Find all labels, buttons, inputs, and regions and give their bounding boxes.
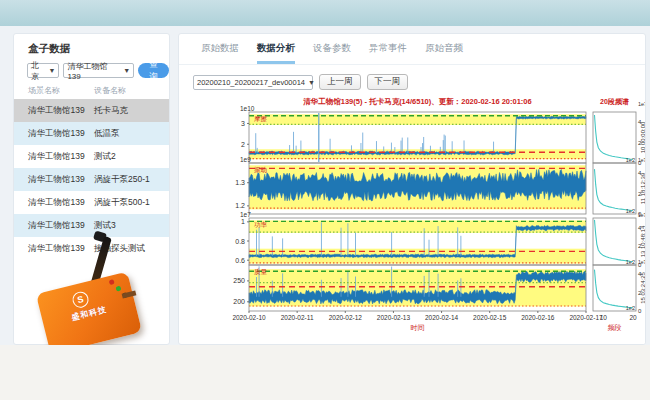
svg-text:质量: 质量 xyxy=(254,268,268,275)
subplot-功率 xyxy=(247,218,636,265)
svg-text:1.3: 1.3 xyxy=(235,179,245,186)
svg-text:2020-02-17: 2020-02-17 xyxy=(569,314,603,321)
main-panel: 原始数据数据分析设备参数异常事件原始音频 20200210_20200217_d… xyxy=(178,33,646,345)
svg-text:10 00:00:00: 10 00:00:00 xyxy=(640,121,646,153)
svg-text:200: 200 xyxy=(233,298,245,305)
svg-text:2020-02-11: 2020-02-11 xyxy=(281,314,314,321)
svg-text:2020-02-10: 2020-02-10 xyxy=(232,314,266,321)
svg-text:15 03:24:25: 15 03:24:25 xyxy=(640,271,646,303)
svg-text:摩擦: 摩擦 xyxy=(254,115,268,123)
table-row[interactable]: 清华工物馆139涡旋干泵250-1 xyxy=(14,168,169,191)
svg-text:1e7: 1e7 xyxy=(240,211,251,218)
table-row[interactable]: 清华工物馆139托卡马克 xyxy=(14,99,169,122)
svg-text:清华工物馆139(5) - 托卡马克(14/6510)、更新: 清华工物馆139(5) - 托卡马克(14/6510)、更新：2020-02-1… xyxy=(302,97,531,106)
site-select[interactable]: 清华工物馆139 ▼ xyxy=(63,63,134,78)
chevron-down-icon: ▼ xyxy=(48,67,55,74)
sidebar-title: 盒子数据 xyxy=(14,34,169,56)
led-red-icon xyxy=(109,279,115,285)
svg-text:0.8: 0.8 xyxy=(235,238,245,245)
svg-text:2: 2 xyxy=(241,141,245,148)
brand-logo-icon: S xyxy=(71,290,90,309)
prev-week-button[interactable]: 上一周 xyxy=(319,74,361,90)
dataset-select[interactable]: 20200210_20200217_dev00014 ▼ xyxy=(193,75,313,90)
svg-text:1e7: 1e7 xyxy=(638,101,646,107)
svg-text:2020-02-14: 2020-02-14 xyxy=(425,314,459,321)
svg-text:250: 250 xyxy=(233,277,245,284)
tab-数据分析[interactable]: 数据分析 xyxy=(257,42,295,64)
svg-text:1: 1 xyxy=(241,218,245,225)
device-table-rows: 清华工物馆139托卡马克清华工物馆139低温泵清华工物馆139测试2清华工物馆1… xyxy=(14,99,169,260)
subplot-振动 xyxy=(247,163,636,214)
bottom-strip: ✿ 清华大学 Tsinghua University 新闻 NEWS xyxy=(0,345,650,400)
top-bar xyxy=(0,0,650,26)
svg-text:功率: 功率 xyxy=(254,221,268,228)
tabs: 原始数据数据分析设备参数异常事件原始音频 xyxy=(179,34,645,65)
svg-text:振动: 振动 xyxy=(254,166,267,174)
svg-text:时间: 时间 xyxy=(411,324,425,332)
analysis-chart: 清华工物馆139(5) - 托卡马克(14/6510)、更新：2020-02-1… xyxy=(221,94,646,344)
subplot-摩擦 xyxy=(247,112,636,163)
svg-text:1e2: 1e2 xyxy=(626,259,635,265)
brand-label: 盛和科技 xyxy=(42,297,136,330)
svg-text:1e9: 1e9 xyxy=(240,156,251,163)
svg-text:0.6: 0.6 xyxy=(235,257,245,264)
tab-原始数据[interactable]: 原始数据 xyxy=(201,42,239,64)
region-select-value: 北京 xyxy=(31,60,45,82)
svg-text:1e2: 1e2 xyxy=(626,305,635,311)
svg-text:2020-02-16: 2020-02-16 xyxy=(521,314,555,321)
svg-text:10: 10 xyxy=(600,314,608,321)
sensor-box: S 盛和科技 xyxy=(36,272,142,355)
time-series-chart: 清华工物馆139(5) - 托卡马克(14/6510)、更新：2020-02-1… xyxy=(221,94,646,344)
svg-text:20: 20 xyxy=(629,314,637,321)
svg-text:频段: 频段 xyxy=(608,324,622,332)
svg-text:2020-02-12: 2020-02-12 xyxy=(329,314,363,321)
tab-异常事件[interactable]: 异常事件 xyxy=(369,42,407,64)
led-green-icon xyxy=(115,286,121,292)
svg-text:1e7: 1e7 xyxy=(638,157,646,163)
table-row[interactable]: 清华工物馆139低温泵 xyxy=(14,122,169,145)
svg-text:1e7: 1e7 xyxy=(638,212,646,218)
search-button[interactable]: 查询 xyxy=(138,63,169,78)
svg-text:1e2: 1e2 xyxy=(626,157,635,163)
table-row[interactable]: 清华工物馆139测试3 xyxy=(14,214,169,237)
chevron-down-icon: ▼ xyxy=(123,67,130,74)
table-row[interactable]: 清华工物馆139测试2 xyxy=(14,145,169,168)
tab-原始音频[interactable]: 原始音频 xyxy=(425,42,463,64)
svg-text:3: 3 xyxy=(241,120,245,127)
chevron-down-icon: ▼ xyxy=(308,79,315,86)
device-table-header: 场景名称 设备名称 xyxy=(14,81,169,99)
table-row[interactable]: 清华工物馆139涡旋干泵500-1 xyxy=(14,191,169,214)
svg-text:1e10: 1e10 xyxy=(240,105,255,112)
svg-text:0: 0 xyxy=(638,308,642,314)
tab-设备参数[interactable]: 设备参数 xyxy=(313,42,351,64)
device-column-header: 设备名称 xyxy=(94,85,126,96)
svg-text:13 10:48:14: 13 10:48:14 xyxy=(640,225,646,257)
filter-bar: 北京 ▼ 清华工物馆139 ▼ 查询 xyxy=(27,63,169,78)
subplot-质量 xyxy=(247,265,636,311)
dataset-select-value: 20200210_20200217_dev00014 xyxy=(197,78,305,87)
next-week-button[interactable]: 下一周 xyxy=(367,74,409,90)
chart-toolbar: 20200210_20200217_dev00014 ▼ 上一周 下一周 xyxy=(193,74,645,90)
site-select-value: 清华工物馆139 xyxy=(67,61,120,81)
svg-text:2020-02-13: 2020-02-13 xyxy=(377,314,411,321)
svg-text:1.2: 1.2 xyxy=(235,202,245,209)
device-photo: S 盛和科技 xyxy=(30,246,160,346)
svg-text:1e7: 1e7 xyxy=(638,259,646,265)
region-select[interactable]: 北京 ▼ xyxy=(27,63,59,78)
svg-text:2020-02-15: 2020-02-15 xyxy=(473,314,507,321)
svg-text:11 18:12:39: 11 18:12:39 xyxy=(640,172,646,204)
svg-text:1e2: 1e2 xyxy=(626,208,635,214)
svg-text:20段频谱: 20段频谱 xyxy=(600,97,629,106)
scene-column-header: 场景名称 xyxy=(28,85,94,96)
